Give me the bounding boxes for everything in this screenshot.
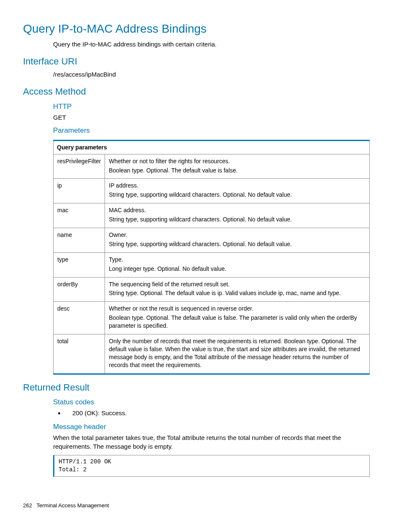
- table-row: nameOwner.String type, supporting wildca…: [54, 228, 370, 253]
- param-name: resPrivilegeFilter: [54, 154, 105, 179]
- interface-uri-heading: Interface URI: [23, 55, 370, 68]
- access-method-heading: Access Method: [23, 85, 370, 98]
- param-name: type: [54, 252, 105, 277]
- param-description: Type.Long integer type. Optional. No def…: [105, 252, 370, 277]
- footer-page-number: 262: [23, 502, 32, 509]
- page-title: Query IP-to-MAC Address Bindings: [23, 21, 370, 37]
- table-row: typeType.Long integer type. Optional. No…: [54, 252, 370, 277]
- table-row: macMAC address.String type, supporting w…: [54, 203, 370, 228]
- param-name: total: [54, 334, 105, 374]
- code-block: HTTP/1.1 200 OK Total: 2: [53, 455, 370, 477]
- table-row: ipIP address.String type, supporting wil…: [54, 179, 370, 203]
- parameters-heading: Parameters: [53, 126, 370, 136]
- footer-section: Terminal Access Management: [36, 502, 109, 509]
- param-name: orderBy: [54, 277, 105, 302]
- page-subtitle: Query the IP-to-MAC address bindings wit…: [53, 40, 370, 49]
- table-row: resPrivilegeFilterWhether or not to filt…: [54, 154, 370, 179]
- http-method: GET: [53, 113, 370, 122]
- query-parameters-table: Query parameters resPrivilegeFilterWheth…: [53, 140, 370, 375]
- table-row: descWhether or not the result is sequenc…: [54, 302, 370, 334]
- table-row: totalOnly the number of records that mee…: [54, 334, 370, 374]
- param-description: Owner.String type, supporting wildcard c…: [105, 228, 370, 253]
- param-name: mac: [54, 203, 105, 228]
- http-heading: HTTP: [53, 102, 370, 112]
- param-description: IP address.String type, supporting wildc…: [105, 179, 370, 203]
- status-codes-heading: Status codes: [53, 398, 370, 407]
- param-description: The sequencing field of the returned res…: [105, 277, 370, 302]
- param-description: MAC address.String type, supporting wild…: [105, 203, 370, 228]
- message-header-heading: Message header: [53, 422, 370, 432]
- table-row: orderByThe sequencing field of the retur…: [54, 277, 370, 302]
- param-description: Whether or not the result is sequenced i…: [105, 302, 370, 334]
- status-code-item: 200 (OK): Success.: [65, 409, 370, 417]
- interface-uri-value: /res/access/ipMacBind: [53, 70, 370, 79]
- param-description: Whether or not to filter the rights for …: [105, 154, 370, 179]
- returned-result-heading: Returned Result: [23, 381, 370, 394]
- message-header-body: When the total parameter takes true, the…: [53, 434, 370, 451]
- page-footer: 262 Terminal Access Management: [23, 502, 370, 509]
- param-description: Only the number of records that meet the…: [105, 334, 370, 374]
- param-name: name: [54, 228, 105, 253]
- param-name: desc: [54, 302, 105, 334]
- param-name: ip: [54, 179, 105, 203]
- table-header: Query parameters: [54, 140, 370, 154]
